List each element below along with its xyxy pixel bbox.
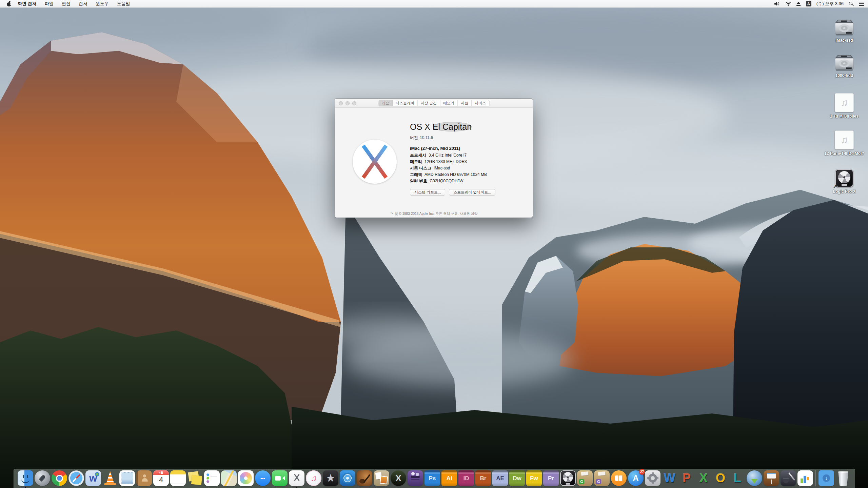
- desktop-icon-label: Logic Pro X: [833, 189, 856, 194]
- dock-calendar-icon[interactable]: 3월4: [153, 470, 169, 486]
- wallpaper-el-capitan: [0, 0, 868, 488]
- desktop-icon-1000-hdd-drive[interactable]: 1000-hdd: [822, 54, 867, 78]
- dock-notes-icon[interactable]: [170, 470, 186, 486]
- dock-system-preferences-icon[interactable]: [645, 470, 660, 486]
- os-title: OS XEl Capitan: [410, 122, 472, 132]
- audio-file-icon: ♫: [835, 93, 854, 112]
- dock-safari-icon[interactable]: [68, 470, 84, 486]
- dock-scrapbook-icon[interactable]: [374, 470, 389, 486]
- dock-garageband-icon[interactable]: [357, 470, 372, 486]
- dock-messages-icon[interactable]: •••: [255, 470, 271, 486]
- about-this-mac-window: 개요 디스플레이 저장 공간 메모리 지원 서비스 OS XEl Capitan…: [335, 99, 533, 218]
- dock-reminders-icon[interactable]: [204, 470, 220, 486]
- close-button[interactable]: [339, 101, 343, 105]
- dock-app-store-icon[interactable]: A27: [628, 470, 644, 486]
- zoom-button[interactable]: [352, 101, 356, 105]
- copyright-footer: ™ 및 © 1983-2016 Apple Inc. 모든 권리 보유. 사용권…: [335, 211, 533, 216]
- dock-fireworks-icon[interactable]: Fw: [526, 470, 542, 486]
- dock-illustrator-icon[interactable]: Ai: [441, 470, 457, 486]
- dock-launchpad-icon[interactable]: [35, 470, 50, 486]
- desktop-icon-audio-file-2[interactable]: ♫12 Parle-T-Il De Moi?: [822, 130, 867, 156]
- menu-help[interactable]: 도움말: [117, 1, 130, 7]
- menu-bar: 화면 캡처 파일편집캡처윈도우도움말 A (수) 오후 3:36: [0, 0, 868, 8]
- spec-processor: 프로세서3.4 GHz Intel Core i7: [410, 152, 487, 159]
- dock-facetime-icon[interactable]: [272, 470, 288, 486]
- dock-after-effects-icon[interactable]: AE: [492, 470, 508, 486]
- menubar-clock[interactable]: (수) 오후 3:36: [816, 1, 844, 7]
- dock-web-downloader-icon[interactable]: [747, 470, 762, 486]
- spec-graphics: 그래픽AMD Radeon HD 6970M 1024 MB: [410, 171, 487, 178]
- window-titlebar[interactable]: 개요 디스플레이 저장 공간 메모리 지원 서비스: [335, 99, 533, 108]
- desktop-icon-imac-ssd-drive[interactable]: iMac-ssd: [822, 19, 867, 43]
- dock-stickies-icon[interactable]: [187, 470, 203, 486]
- spec-startup-disk: 시동 디스크iMac-ssd: [410, 165, 487, 171]
- running-indicator: [25, 487, 26, 488]
- dock-bridge-icon[interactable]: Br: [475, 470, 491, 486]
- dock-downloads-folder-icon[interactable]: ↓: [818, 470, 834, 486]
- os-x-logo: [353, 140, 397, 184]
- dock-maps-icon[interactable]: [221, 470, 237, 486]
- tab-storage[interactable]: 저장 공간: [418, 100, 440, 106]
- spotlight-search-icon[interactable]: [849, 1, 854, 6]
- dock-chrome-icon[interactable]: [52, 470, 67, 486]
- desktop-icon-label: 12 Parle-T-Il De Moi?: [824, 151, 864, 156]
- dock-ibooks-icon[interactable]: [611, 470, 627, 486]
- tab-overview[interactable]: 개요: [379, 100, 393, 106]
- system-report-button[interactable]: 시스템 리포트...: [410, 189, 445, 196]
- dock-outlook-icon[interactable]: O: [713, 470, 728, 486]
- app-store-badge: 27: [639, 469, 645, 475]
- dock-idvd-icon[interactable]: [340, 470, 355, 486]
- dock-dropstuff-icon[interactable]: G: [594, 470, 610, 486]
- tab-memory[interactable]: 메모리: [440, 100, 458, 106]
- music-note-icon: ♫: [841, 134, 848, 146]
- dock-pages-icon[interactable]: [781, 470, 796, 486]
- volume-icon[interactable]: [774, 1, 780, 6]
- dock-lync-icon[interactable]: L: [730, 470, 745, 486]
- desktop-icon-logic-pro-x-alias[interactable]: ↗Logic Pro X: [822, 169, 867, 194]
- dock-stuffit-expander-icon[interactable]: G: [577, 470, 593, 486]
- eject-icon[interactable]: [796, 2, 801, 6]
- dock-numbers-icon[interactable]: [797, 470, 813, 486]
- active-app-menu[interactable]: 화면 캡처: [18, 1, 37, 7]
- dock-dreamweaver-icon[interactable]: Dw: [509, 470, 525, 486]
- menu-window[interactable]: 윈도우: [96, 1, 109, 7]
- dock-finder-icon[interactable]: [18, 470, 33, 486]
- dock-webhard-icon[interactable]: w: [85, 470, 101, 486]
- software-update-button[interactable]: 소프트웨어 업데이트...: [449, 189, 495, 196]
- dock-trash-icon[interactable]: [835, 470, 851, 486]
- dock-grab-icon[interactable]: [289, 470, 304, 486]
- dock-x-app-icon[interactable]: X: [391, 470, 406, 486]
- dock-powerpoint-icon[interactable]: P: [679, 470, 694, 486]
- dock-word-icon[interactable]: W: [662, 470, 677, 486]
- menu-edit[interactable]: 편집: [62, 1, 71, 7]
- dock-indesign-icon[interactable]: ID: [458, 470, 474, 486]
- alias-arrow-icon: ↗: [833, 183, 837, 189]
- dock-vlc-icon[interactable]: [102, 470, 118, 486]
- dock-photos-icon[interactable]: [238, 470, 254, 486]
- tab-displays[interactable]: 디스플레이: [393, 100, 418, 106]
- dock-imovie-icon[interactable]: ★: [323, 470, 338, 486]
- dock-separator: [815, 470, 816, 486]
- spec-serial-number: 일련 번호C02HQ0CQDHJW: [410, 178, 487, 184]
- spec-memory: 메모리12GB 1333 MHz DDR3: [410, 159, 487, 165]
- dock-toast-icon[interactable]: [408, 470, 423, 486]
- desktop-icon-audio-file-1[interactable]: ♫1 Tu M'Oublies: [822, 93, 867, 119]
- notification-center-icon[interactable]: [859, 2, 864, 6]
- dock-logic-pro-icon[interactable]: [560, 470, 576, 486]
- dock-premiere-icon[interactable]: Pr: [543, 470, 559, 486]
- menu-file[interactable]: 파일: [45, 1, 54, 7]
- dock-mail-icon[interactable]: [119, 470, 135, 486]
- wifi-icon[interactable]: [785, 2, 791, 6]
- spec-list: 프로세서3.4 GHz Intel Core i7 메모리12GB 1333 M…: [410, 152, 487, 184]
- minimize-button[interactable]: [346, 101, 350, 105]
- tab-service[interactable]: 서비스: [472, 100, 489, 106]
- tab-support[interactable]: 지원: [458, 100, 472, 106]
- apple-menu-icon[interactable]: [7, 1, 11, 6]
- dock-contacts-icon[interactable]: [136, 470, 152, 486]
- input-source-icon[interactable]: A: [806, 1, 811, 6]
- dock-photoshop-icon[interactable]: Ps: [425, 470, 440, 486]
- dock-keynote-icon[interactable]: [764, 470, 779, 486]
- dock-itunes-icon[interactable]: ♫: [306, 470, 321, 486]
- menu-capture[interactable]: 캡처: [79, 1, 87, 7]
- dock-excel-icon[interactable]: X: [696, 470, 711, 486]
